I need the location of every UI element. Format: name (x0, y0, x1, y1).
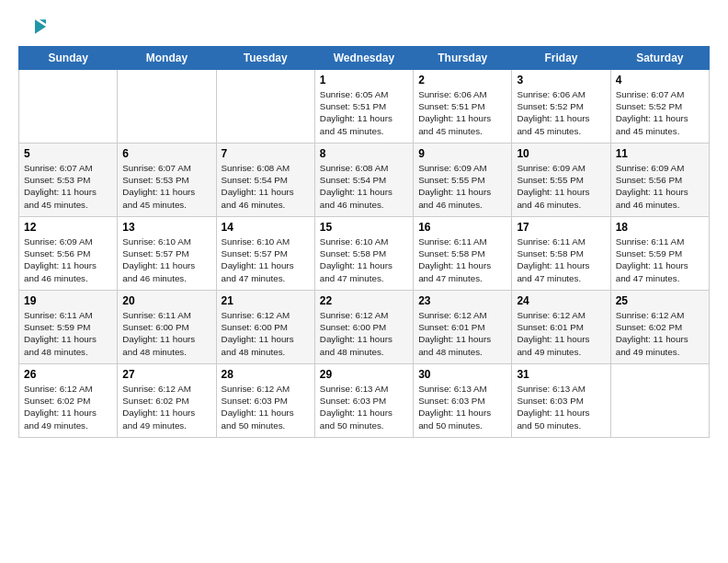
day-info: Sunrise: 6:06 AMSunset: 5:52 PMDaylight:… (517, 88, 605, 137)
day-cell: 12Sunrise: 6:09 AMSunset: 5:56 PMDayligh… (19, 217, 118, 291)
page: SundayMondayTuesdayWednesdayThursdayFrid… (0, 0, 728, 447)
logo (18, 18, 46, 37)
day-info: Sunrise: 6:12 AMSunset: 6:02 PMDaylight:… (616, 309, 704, 358)
day-info: Sunrise: 6:10 AMSunset: 5:57 PMDaylight:… (122, 236, 210, 284)
day-number: 29 (320, 368, 408, 381)
day-number: 3 (517, 74, 605, 86)
day-number: 4 (616, 74, 704, 86)
day-number: 2 (418, 74, 506, 86)
day-info: Sunrise: 6:11 AMSunset: 5:59 PMDaylight:… (616, 236, 704, 284)
week-row-4: 19Sunrise: 6:11 AMSunset: 5:59 PMDayligh… (19, 291, 710, 364)
day-number: 27 (122, 368, 210, 381)
day-info: Sunrise: 6:07 AMSunset: 5:53 PMDaylight:… (122, 162, 210, 211)
day-cell: 10Sunrise: 6:09 AMSunset: 5:55 PMDayligh… (512, 144, 610, 217)
day-cell: 17Sunrise: 6:11 AMSunset: 5:58 PMDayligh… (512, 217, 610, 291)
day-number: 28 (222, 368, 310, 381)
day-cell (216, 70, 314, 144)
day-number: 8 (320, 147, 408, 160)
day-info: Sunrise: 6:09 AMSunset: 5:55 PMDaylight:… (517, 162, 605, 211)
day-cell: 6Sunrise: 6:07 AMSunset: 5:53 PMDaylight… (118, 144, 216, 217)
day-cell: 25Sunrise: 6:12 AMSunset: 6:02 PMDayligh… (610, 291, 709, 364)
day-cell: 1Sunrise: 6:05 AMSunset: 5:51 PMDaylight… (314, 70, 413, 144)
day-cell: 9Sunrise: 6:09 AMSunset: 5:55 PMDaylight… (414, 144, 512, 217)
day-number: 20 (122, 294, 210, 307)
day-cell: 26Sunrise: 6:12 AMSunset: 6:02 PMDayligh… (19, 364, 118, 438)
day-info: Sunrise: 6:07 AMSunset: 5:53 PMDaylight:… (24, 162, 112, 211)
day-number: 11 (616, 147, 704, 160)
day-number: 6 (122, 147, 210, 160)
day-cell: 24Sunrise: 6:12 AMSunset: 6:01 PMDayligh… (512, 291, 610, 364)
day-number: 25 (616, 294, 704, 307)
day-info: Sunrise: 6:10 AMSunset: 5:58 PMDaylight:… (320, 236, 408, 284)
day-info: Sunrise: 6:12 AMSunset: 6:02 PMDaylight:… (122, 383, 210, 431)
day-cell (118, 70, 216, 144)
day-cell: 5Sunrise: 6:07 AMSunset: 5:53 PMDaylight… (19, 144, 118, 217)
day-number: 26 (24, 368, 112, 381)
day-cell: 18Sunrise: 6:11 AMSunset: 5:59 PMDayligh… (610, 217, 709, 291)
weekday-tuesday: Tuesday (216, 47, 314, 70)
day-number: 15 (320, 221, 408, 234)
day-number: 12 (24, 221, 112, 234)
day-cell: 22Sunrise: 6:12 AMSunset: 6:00 PMDayligh… (314, 291, 413, 364)
day-info: Sunrise: 6:09 AMSunset: 5:55 PMDaylight:… (418, 162, 506, 211)
day-info: Sunrise: 6:08 AMSunset: 5:54 PMDaylight:… (222, 162, 310, 211)
day-cell (610, 364, 709, 438)
week-row-1: 1Sunrise: 6:05 AMSunset: 5:51 PMDaylight… (19, 70, 710, 144)
day-number: 23 (418, 294, 506, 307)
day-number: 21 (222, 294, 310, 307)
day-info: Sunrise: 6:09 AMSunset: 5:56 PMDaylight:… (24, 236, 112, 284)
day-number: 17 (517, 221, 605, 234)
day-number: 5 (24, 147, 112, 160)
day-number: 13 (122, 221, 210, 234)
day-number: 22 (320, 294, 408, 307)
day-cell: 30Sunrise: 6:13 AMSunset: 6:03 PMDayligh… (414, 364, 512, 438)
day-cell: 7Sunrise: 6:08 AMSunset: 5:54 PMDaylight… (216, 144, 314, 217)
day-info: Sunrise: 6:11 AMSunset: 5:59 PMDaylight:… (24, 309, 112, 358)
week-row-5: 26Sunrise: 6:12 AMSunset: 6:02 PMDayligh… (19, 364, 710, 438)
day-number: 19 (24, 294, 112, 307)
day-cell: 11Sunrise: 6:09 AMSunset: 5:56 PMDayligh… (610, 144, 709, 217)
day-cell (19, 70, 118, 144)
weekday-row: SundayMondayTuesdayWednesdayThursdayFrid… (19, 47, 710, 70)
day-cell: 29Sunrise: 6:13 AMSunset: 6:03 PMDayligh… (314, 364, 413, 438)
day-number: 9 (418, 147, 506, 160)
day-cell: 15Sunrise: 6:10 AMSunset: 5:58 PMDayligh… (314, 217, 413, 291)
day-cell: 2Sunrise: 6:06 AMSunset: 5:51 PMDaylight… (414, 70, 512, 144)
day-info: Sunrise: 6:11 AMSunset: 6:00 PMDaylight:… (122, 309, 210, 358)
weekday-sunday: Sunday (19, 47, 118, 70)
day-info: Sunrise: 6:10 AMSunset: 5:57 PMDaylight:… (222, 236, 310, 284)
day-cell: 8Sunrise: 6:08 AMSunset: 5:54 PMDaylight… (314, 144, 413, 217)
day-info: Sunrise: 6:13 AMSunset: 6:03 PMDaylight:… (320, 383, 408, 431)
calendar-body: 1Sunrise: 6:05 AMSunset: 5:51 PMDaylight… (19, 70, 710, 438)
day-number: 16 (418, 221, 506, 234)
day-info: Sunrise: 6:13 AMSunset: 6:03 PMDaylight:… (418, 383, 506, 431)
day-number: 30 (418, 368, 506, 381)
day-cell: 31Sunrise: 6:13 AMSunset: 6:03 PMDayligh… (512, 364, 610, 438)
day-number: 10 (517, 147, 605, 160)
day-cell: 14Sunrise: 6:10 AMSunset: 5:57 PMDayligh… (216, 217, 314, 291)
weekday-thursday: Thursday (414, 47, 512, 70)
week-row-2: 5Sunrise: 6:07 AMSunset: 5:53 PMDaylight… (19, 144, 710, 217)
day-cell: 13Sunrise: 6:10 AMSunset: 5:57 PMDayligh… (118, 217, 216, 291)
day-cell: 4Sunrise: 6:07 AMSunset: 5:52 PMDaylight… (610, 70, 709, 144)
day-number: 7 (222, 147, 310, 160)
day-cell: 23Sunrise: 6:12 AMSunset: 6:01 PMDayligh… (414, 291, 512, 364)
day-info: Sunrise: 6:12 AMSunset: 6:03 PMDaylight:… (222, 383, 310, 431)
day-number: 31 (517, 368, 605, 381)
day-info: Sunrise: 6:12 AMSunset: 6:00 PMDaylight:… (222, 309, 310, 358)
day-info: Sunrise: 6:06 AMSunset: 5:51 PMDaylight:… (418, 88, 506, 137)
day-info: Sunrise: 6:07 AMSunset: 5:52 PMDaylight:… (616, 88, 704, 137)
day-number: 18 (616, 221, 704, 234)
logo-icon (18, 18, 46, 35)
calendar-header: SundayMondayTuesdayWednesdayThursdayFrid… (19, 47, 710, 70)
day-info: Sunrise: 6:11 AMSunset: 5:58 PMDaylight:… (418, 236, 506, 284)
weekday-friday: Friday (512, 47, 610, 70)
header (18, 18, 710, 37)
day-info: Sunrise: 6:05 AMSunset: 5:51 PMDaylight:… (320, 88, 408, 137)
day-number: 24 (517, 294, 605, 307)
day-number: 14 (222, 221, 310, 234)
day-info: Sunrise: 6:11 AMSunset: 5:58 PMDaylight:… (517, 236, 605, 284)
weekday-monday: Monday (118, 47, 216, 70)
weekday-wednesday: Wednesday (314, 47, 413, 70)
day-info: Sunrise: 6:12 AMSunset: 6:00 PMDaylight:… (320, 309, 408, 358)
